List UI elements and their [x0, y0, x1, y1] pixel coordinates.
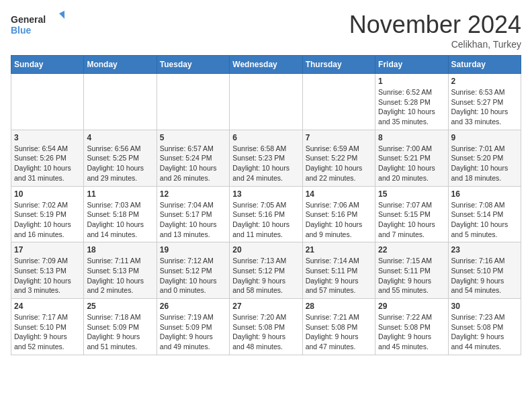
- day-info: Sunrise: 7:12 AM Sunset: 5:12 PM Dayligh…: [160, 256, 226, 295]
- location: Celikhan, Turkey: [349, 39, 521, 50]
- day-info: Sunrise: 7:00 AM Sunset: 5:21 PM Dayligh…: [378, 144, 445, 183]
- calendar-cell: 13Sunrise: 7:05 AM Sunset: 5:16 PM Dayli…: [230, 186, 302, 242]
- weekday-header-sunday: Sunday: [11, 56, 84, 74]
- calendar-cell: 24Sunrise: 7:17 AM Sunset: 5:10 PM Dayli…: [11, 299, 84, 355]
- day-number: 23: [451, 245, 518, 255]
- day-number: 25: [87, 302, 153, 311]
- day-number: 21: [306, 245, 372, 255]
- weekday-header-tuesday: Tuesday: [157, 56, 229, 74]
- day-number: 4: [87, 133, 153, 142]
- day-info: Sunrise: 7:02 AM Sunset: 5:19 PM Dayligh…: [14, 200, 81, 240]
- calendar-cell: [157, 74, 229, 130]
- calendar-cell: 11Sunrise: 7:03 AM Sunset: 5:18 PM Dayli…: [84, 186, 157, 242]
- day-info: Sunrise: 7:15 AM Sunset: 5:11 PM Dayligh…: [378, 256, 445, 295]
- day-number: 22: [378, 245, 445, 255]
- calendar-cell: 1Sunrise: 6:52 AM Sunset: 5:28 PM Daylig…: [375, 74, 448, 130]
- month-title: November 2024: [349, 11, 521, 39]
- day-number: 17: [14, 245, 81, 255]
- day-info: Sunrise: 7:01 AM Sunset: 5:20 PM Dayligh…: [451, 144, 518, 183]
- weekday-header-friday: Friday: [375, 56, 448, 74]
- calendar-cell: 22Sunrise: 7:15 AM Sunset: 5:11 PM Dayli…: [375, 242, 448, 299]
- weekday-header-monday: Monday: [84, 56, 157, 74]
- calendar-cell: 2Sunrise: 6:53 AM Sunset: 5:27 PM Daylig…: [448, 74, 521, 130]
- day-number: 14: [306, 189, 372, 199]
- calendar-week-row: 1Sunrise: 6:52 AM Sunset: 5:28 PM Daylig…: [11, 74, 521, 130]
- calendar-cell: 17Sunrise: 7:09 AM Sunset: 5:13 PM Dayli…: [11, 242, 84, 299]
- day-info: Sunrise: 7:16 AM Sunset: 5:10 PM Dayligh…: [451, 256, 518, 295]
- day-number: 11: [87, 189, 153, 199]
- day-info: Sunrise: 7:21 AM Sunset: 5:08 PM Dayligh…: [306, 312, 372, 352]
- svg-marker-2: [59, 11, 64, 19]
- calendar-cell: 4Sunrise: 6:56 AM Sunset: 5:25 PM Daylig…: [84, 130, 157, 186]
- day-info: Sunrise: 6:57 AM Sunset: 5:24 PM Dayligh…: [160, 144, 226, 183]
- day-number: 29: [378, 302, 445, 311]
- title-block: November 2024 Celikhan, Turkey: [349, 11, 521, 50]
- weekday-header-thursday: Thursday: [302, 56, 375, 74]
- day-number: 2: [451, 77, 518, 86]
- page-header: General Blue November 2024 Celikhan, Tur…: [11, 11, 521, 50]
- day-info: Sunrise: 7:09 AM Sunset: 5:13 PM Dayligh…: [14, 256, 81, 295]
- day-info: Sunrise: 7:14 AM Sunset: 5:11 PM Dayligh…: [306, 256, 372, 295]
- day-info: Sunrise: 6:53 AM Sunset: 5:27 PM Dayligh…: [451, 87, 518, 127]
- calendar-cell: 9Sunrise: 7:01 AM Sunset: 5:20 PM Daylig…: [448, 130, 521, 186]
- day-info: Sunrise: 7:03 AM Sunset: 5:18 PM Dayligh…: [87, 200, 153, 240]
- day-number: 16: [451, 189, 518, 199]
- calendar-cell: 12Sunrise: 7:04 AM Sunset: 5:17 PM Dayli…: [157, 186, 229, 242]
- day-number: 6: [232, 133, 299, 142]
- day-info: Sunrise: 7:04 AM Sunset: 5:17 PM Dayligh…: [160, 200, 226, 240]
- calendar-week-row: 17Sunrise: 7:09 AM Sunset: 5:13 PM Dayli…: [11, 242, 521, 299]
- day-number: 18: [87, 245, 153, 255]
- logo-svg: General Blue: [11, 11, 64, 38]
- svg-text:Blue: Blue: [11, 25, 32, 36]
- day-number: 30: [451, 302, 518, 311]
- day-info: Sunrise: 7:06 AM Sunset: 5:16 PM Dayligh…: [306, 200, 372, 240]
- day-info: Sunrise: 7:23 AM Sunset: 5:08 PM Dayligh…: [451, 312, 518, 352]
- calendar-cell: [230, 74, 302, 130]
- calendar-cell: 23Sunrise: 7:16 AM Sunset: 5:10 PM Dayli…: [448, 242, 521, 299]
- day-number: 9: [451, 133, 518, 142]
- calendar-cell: 19Sunrise: 7:12 AM Sunset: 5:12 PM Dayli…: [157, 242, 229, 299]
- day-number: 13: [232, 189, 299, 199]
- calendar-cell: [84, 74, 157, 130]
- day-info: Sunrise: 6:58 AM Sunset: 5:23 PM Dayligh…: [232, 144, 299, 183]
- day-number: 24: [14, 302, 81, 311]
- calendar-cell: [11, 74, 84, 130]
- day-number: 19: [160, 245, 226, 255]
- day-number: 27: [232, 302, 299, 311]
- day-number: 7: [306, 133, 372, 142]
- day-info: Sunrise: 7:07 AM Sunset: 5:15 PM Dayligh…: [378, 200, 445, 240]
- svg-text:General: General: [11, 14, 46, 25]
- calendar-cell: 8Sunrise: 7:00 AM Sunset: 5:21 PM Daylig…: [375, 130, 448, 186]
- day-number: 15: [378, 189, 445, 199]
- logo: General Blue: [11, 11, 64, 38]
- day-info: Sunrise: 7:19 AM Sunset: 5:09 PM Dayligh…: [160, 312, 226, 352]
- day-info: Sunrise: 7:05 AM Sunset: 5:16 PM Dayligh…: [232, 200, 299, 240]
- calendar-cell: 16Sunrise: 7:08 AM Sunset: 5:14 PM Dayli…: [448, 186, 521, 242]
- calendar-cell: 18Sunrise: 7:11 AM Sunset: 5:13 PM Dayli…: [84, 242, 157, 299]
- calendar-week-row: 3Sunrise: 6:54 AM Sunset: 5:26 PM Daylig…: [11, 130, 521, 186]
- calendar-cell: 21Sunrise: 7:14 AM Sunset: 5:11 PM Dayli…: [302, 242, 375, 299]
- calendar-cell: 5Sunrise: 6:57 AM Sunset: 5:24 PM Daylig…: [157, 130, 229, 186]
- day-info: Sunrise: 7:18 AM Sunset: 5:09 PM Dayligh…: [87, 312, 153, 352]
- day-info: Sunrise: 6:59 AM Sunset: 5:22 PM Dayligh…: [306, 144, 372, 183]
- calendar-cell: 3Sunrise: 6:54 AM Sunset: 5:26 PM Daylig…: [11, 130, 84, 186]
- calendar-week-row: 10Sunrise: 7:02 AM Sunset: 5:19 PM Dayli…: [11, 186, 521, 242]
- day-number: 5: [160, 133, 226, 142]
- calendar-cell: 25Sunrise: 7:18 AM Sunset: 5:09 PM Dayli…: [84, 299, 157, 355]
- day-number: 1: [378, 77, 445, 86]
- calendar-table: SundayMondayTuesdayWednesdayThursdayFrid…: [11, 55, 521, 355]
- weekday-header-saturday: Saturday: [448, 56, 521, 74]
- calendar-week-row: 24Sunrise: 7:17 AM Sunset: 5:10 PM Dayli…: [11, 299, 521, 355]
- day-info: Sunrise: 7:17 AM Sunset: 5:10 PM Dayligh…: [14, 312, 81, 352]
- calendar-cell: 26Sunrise: 7:19 AM Sunset: 5:09 PM Dayli…: [157, 299, 229, 355]
- calendar-cell: 20Sunrise: 7:13 AM Sunset: 5:12 PM Dayli…: [230, 242, 302, 299]
- day-info: Sunrise: 7:08 AM Sunset: 5:14 PM Dayligh…: [451, 200, 518, 240]
- day-number: 8: [378, 133, 445, 142]
- calendar-cell: 30Sunrise: 7:23 AM Sunset: 5:08 PM Dayli…: [448, 299, 521, 355]
- calendar-cell: 10Sunrise: 7:02 AM Sunset: 5:19 PM Dayli…: [11, 186, 84, 242]
- day-number: 12: [160, 189, 226, 199]
- day-info: Sunrise: 7:11 AM Sunset: 5:13 PM Dayligh…: [87, 256, 153, 295]
- calendar-cell: [302, 74, 375, 130]
- day-number: 28: [306, 302, 372, 311]
- calendar-cell: 14Sunrise: 7:06 AM Sunset: 5:16 PM Dayli…: [302, 186, 375, 242]
